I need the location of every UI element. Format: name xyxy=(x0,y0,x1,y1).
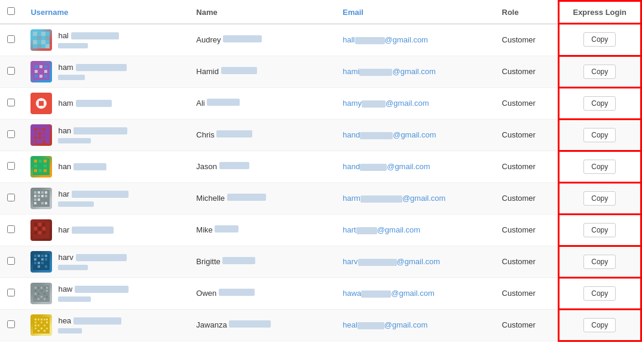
avatar xyxy=(30,156,52,178)
svg-rect-40 xyxy=(44,169,47,172)
email-link[interactable]: heal@gmail.com xyxy=(343,320,427,329)
row-checkbox[interactable] xyxy=(7,257,15,265)
table-row: ham Hamid hami@gmail.com Customer Copy xyxy=(0,56,641,87)
avatar xyxy=(30,61,52,82)
table-row: haw Owen hawa@gmail.com Customer Copy xyxy=(0,277,641,309)
copy-button[interactable]: Copy xyxy=(583,286,616,301)
copy-button[interactable]: Copy xyxy=(583,128,616,142)
row-checkbox[interactable] xyxy=(7,162,15,170)
copy-button[interactable]: Copy xyxy=(583,96,616,111)
name-cell: Chris xyxy=(189,119,335,151)
svg-rect-92 xyxy=(46,296,48,298)
role-cell: Customer xyxy=(495,309,559,341)
svg-rect-24 xyxy=(34,132,37,135)
copy-button[interactable]: Copy xyxy=(583,318,616,332)
svg-rect-60 xyxy=(38,227,41,230)
avatar xyxy=(30,283,52,304)
svg-rect-56 xyxy=(34,223,37,226)
row-checkbox[interactable] xyxy=(7,225,15,233)
role-value: Customer xyxy=(502,257,536,266)
express-login-cell: Copy xyxy=(558,119,641,151)
copy-button[interactable]: Copy xyxy=(583,160,616,174)
select-all-checkbox[interactable] xyxy=(7,7,15,15)
svg-rect-39 xyxy=(39,169,42,172)
role-value: Customer xyxy=(502,225,536,234)
username-prefix: har xyxy=(58,225,69,234)
svg-rect-72 xyxy=(45,258,47,261)
email-link[interactable]: hami@gmail.com xyxy=(343,67,436,76)
svg-rect-73 xyxy=(34,262,36,264)
row-checkbox-cell xyxy=(0,119,23,151)
svg-rect-2 xyxy=(37,36,41,40)
row-checkbox[interactable] xyxy=(7,320,15,328)
svg-rect-7 xyxy=(37,44,41,48)
svg-rect-101 xyxy=(35,322,36,323)
svg-rect-25 xyxy=(38,132,41,135)
express-login-cell: Copy xyxy=(558,24,641,56)
username-text-block: han xyxy=(58,162,106,171)
svg-rect-44 xyxy=(41,191,44,194)
row-checkbox[interactable] xyxy=(7,289,15,296)
first-name: Michelle xyxy=(196,194,227,203)
last-name-blurred xyxy=(229,320,271,328)
svg-rect-62 xyxy=(34,231,37,234)
svg-rect-75 xyxy=(41,262,44,264)
copy-button[interactable]: Copy xyxy=(583,32,616,47)
email-link[interactable]: hall@gmail.com xyxy=(343,35,428,44)
role-cell: Customer xyxy=(495,277,559,309)
svg-rect-38 xyxy=(34,169,37,172)
email-link[interactable]: hart@gmail.com xyxy=(343,225,420,234)
header-name: Name xyxy=(189,1,335,24)
svg-rect-61 xyxy=(42,227,45,230)
last-name-blurred xyxy=(219,289,255,296)
svg-rect-96 xyxy=(35,319,36,320)
username-cell: ham xyxy=(23,87,189,119)
copy-button[interactable]: Copy xyxy=(583,65,616,79)
svg-rect-23 xyxy=(42,128,45,131)
row-checkbox[interactable] xyxy=(7,67,15,75)
svg-rect-83 xyxy=(46,287,48,289)
table-row: ham Ali hamy@gmail.com Customer Copy xyxy=(0,87,641,119)
name-cell: Ali xyxy=(189,87,335,119)
row-checkbox[interactable] xyxy=(7,130,15,138)
table-row: har Michelle harm@gmail.com Customer Cop… xyxy=(0,182,641,214)
name-cell: Mike xyxy=(189,214,335,246)
username-text-block: har xyxy=(58,189,129,207)
row-checkbox-cell xyxy=(0,309,23,341)
username-blurred xyxy=(75,286,129,293)
email-domain: @gmail.com xyxy=(391,289,434,298)
email-link[interactable]: harv@gmail.com xyxy=(343,257,440,266)
svg-rect-66 xyxy=(34,255,36,257)
row-checkbox[interactable] xyxy=(7,194,15,201)
row-checkbox-cell xyxy=(0,24,23,56)
svg-rect-16 xyxy=(39,75,42,78)
last-name-blurred xyxy=(222,257,255,264)
svg-rect-105 xyxy=(38,325,39,326)
email-cell: hart@gmail.com xyxy=(335,214,494,246)
svg-rect-97 xyxy=(38,319,39,320)
email-link[interactable]: hand@gmail.com xyxy=(343,130,436,139)
email-link[interactable]: hawa@gmail.com xyxy=(343,289,435,298)
username-cell: hal xyxy=(23,24,189,56)
svg-rect-100 xyxy=(46,319,48,320)
username-cell: han xyxy=(23,119,189,151)
username-sub-blurred xyxy=(58,328,82,334)
email-link[interactable]: hamy@gmail.com xyxy=(343,99,429,108)
role-value: Customer xyxy=(502,289,536,298)
email-link[interactable]: hand@gmail.com xyxy=(343,162,430,171)
svg-rect-93 xyxy=(38,298,39,300)
svg-rect-89 xyxy=(44,293,45,295)
first-name: Hamid xyxy=(196,67,221,76)
copy-button[interactable]: Copy xyxy=(583,255,616,269)
svg-rect-82 xyxy=(44,287,45,289)
row-checkbox[interactable] xyxy=(7,99,15,106)
row-checkbox[interactable] xyxy=(7,35,15,43)
copy-button[interactable]: Copy xyxy=(583,223,616,237)
email-link[interactable]: harm@gmail.com xyxy=(343,194,445,203)
header-express-login: Express Login xyxy=(558,1,641,24)
role-cell: Customer xyxy=(495,24,559,56)
svg-rect-33 xyxy=(34,160,37,163)
last-name-blurred xyxy=(223,35,262,42)
first-name: Audrey xyxy=(196,35,223,44)
copy-button[interactable]: Copy xyxy=(583,191,616,206)
